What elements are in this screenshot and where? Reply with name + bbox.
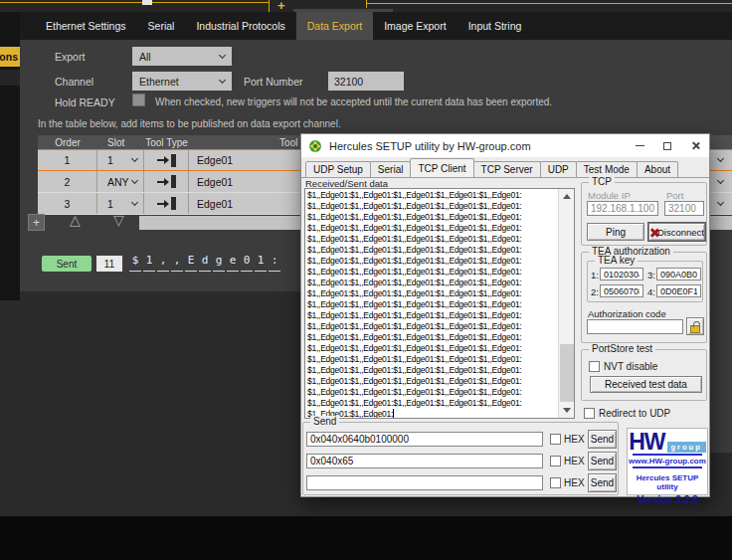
maximize-button[interactable] xyxy=(653,134,681,157)
tab-serial[interactable]: Serial xyxy=(137,12,186,40)
data-line: $1,,Edge01:$1,,Edge01:$1,,Edge01:$1,,Edg… xyxy=(307,343,557,354)
portstore-test-group: PortStore test NVT disable Received test… xyxy=(581,349,707,401)
tab-udp[interactable]: UDP xyxy=(540,161,577,177)
data-line: $1,,Edge01:$1,,Edge01:$1,,Edge01:$1,,Edg… xyxy=(307,321,557,332)
received-test-data-button[interactable]: Received test data xyxy=(590,376,702,393)
channel-dropdown[interactable]: Ethernet xyxy=(132,72,232,91)
disconnect-button[interactable]: Disconnect xyxy=(648,223,705,241)
logo-hw-text: HW xyxy=(629,432,664,453)
payload-char: e xyxy=(227,254,239,272)
scroll-up-icon xyxy=(563,194,571,199)
data-last-line: $1,,Edge01:$1,,Edge01: xyxy=(307,409,557,418)
tea-authorization-group: TEA authorization TEA key 1: 3: 2: 4: Au… xyxy=(581,252,707,343)
received-data-area[interactable]: $1,,Edge01:$1,,Edge01:$1,,Edge01:$1,,Edg… xyxy=(304,188,575,419)
tea-key-4-field[interactable] xyxy=(656,284,701,297)
app-tab-bar: Ethernet Settings Serial Industrial Prot… xyxy=(0,12,732,40)
tab-input-string[interactable]: Input String xyxy=(458,12,533,40)
nvt-disable-checkbox[interactable] xyxy=(589,361,600,372)
slot-dropdown[interactable]: 1 xyxy=(97,150,144,170)
send-button-3[interactable]: Send xyxy=(588,473,617,492)
tab-udp-setup[interactable]: UDP Setup xyxy=(305,161,371,177)
tab-industrial-protocols[interactable]: Industrial Protocols xyxy=(185,12,295,40)
authorization-code-field[interactable] xyxy=(587,319,683,334)
logo-app-name: Hercules SETUP utility xyxy=(628,473,707,491)
ping-button[interactable]: Ping xyxy=(587,223,644,241)
maximize-icon xyxy=(663,142,671,150)
portstore-group-label: PortStore test xyxy=(589,343,655,354)
module-ip-field[interactable] xyxy=(587,201,658,216)
send-field-1[interactable] xyxy=(306,432,543,447)
tea-key-2-label: 2: xyxy=(591,286,599,297)
hw-group-logo: HW group www.HW-group.com Hercules SETUP… xyxy=(627,428,708,495)
tool-type-icon xyxy=(157,197,176,210)
tab-tcp-client[interactable]: TCP Client xyxy=(410,158,473,177)
tool-type-cell[interactable] xyxy=(144,171,189,192)
lock-button[interactable] xyxy=(686,317,704,335)
tab-tcp-server[interactable]: TCP Server xyxy=(473,161,541,177)
scrollbar-thumb[interactable] xyxy=(560,344,574,402)
data-line: $1,,Edge01:$1,,Edge01:$1,,Edge01:$1,,Edg… xyxy=(307,299,557,310)
slot-dropdown[interactable]: 1 xyxy=(97,193,144,214)
port-label: Port xyxy=(666,190,683,201)
data-line: $1,,Edge01:$1,,Edge01:$1,,Edge01:$1,,Edg… xyxy=(307,387,557,398)
tab-serial[interactable]: Serial xyxy=(370,161,412,177)
move-down-button[interactable]: ▽ xyxy=(113,213,124,227)
export-dropdown-value: All xyxy=(139,51,151,63)
send-button-2[interactable]: Send xyxy=(588,452,617,470)
slot-value: ANY xyxy=(107,176,129,188)
logo-divider xyxy=(633,467,702,468)
send-field-2[interactable] xyxy=(306,454,543,468)
payload-char: , xyxy=(171,254,183,272)
tea-key-3-label: 3: xyxy=(647,270,655,280)
hex-checkbox-3[interactable] xyxy=(550,477,561,488)
sidebar-item-communications[interactable]: ions xyxy=(0,47,20,67)
tab-about[interactable]: About xyxy=(637,161,678,177)
chevron-down-icon xyxy=(131,198,138,205)
move-up-button[interactable]: △ xyxy=(70,213,81,227)
send-group: Send HEX Send HEX Send HEX Send xyxy=(302,422,619,495)
minimize-button[interactable] xyxy=(626,134,653,157)
slot-value: 1 xyxy=(107,198,113,210)
desktop-background xyxy=(0,516,732,560)
tool-type-cell[interactable] xyxy=(144,150,189,170)
tool-type-cell[interactable] xyxy=(144,193,189,214)
tab-data-export[interactable]: Data Export xyxy=(296,12,373,40)
tea-key-group-label: TEA key xyxy=(595,255,638,266)
send-field-3[interactable] xyxy=(306,475,543,490)
channel-dropdown-value: Ethernet xyxy=(139,76,179,88)
sent-status-button[interactable]: Sent xyxy=(42,256,92,272)
send-button-1[interactable]: Send xyxy=(588,430,617,449)
sidebar-item-fragment xyxy=(0,70,20,86)
port-field[interactable] xyxy=(664,201,704,216)
hex-checkbox-1[interactable] xyxy=(550,434,561,445)
logo-group-text: group xyxy=(667,442,706,453)
tea-key-2-field[interactable] xyxy=(600,284,643,297)
data-line: $1,,Edge01:$1,,Edge01:$1,,Edge01:$1,,Edg… xyxy=(307,288,557,299)
data-line: $1,,Edge01:$1,,Edge01:$1,,Edge01:$1,,Edg… xyxy=(307,256,557,267)
export-dropdown[interactable]: All xyxy=(132,47,232,66)
slot-dropdown[interactable]: ANY xyxy=(97,171,144,192)
data-line: $1,,Edge01:$1,,Edge01:$1,,Edge01:$1,,Edg… xyxy=(307,245,557,256)
toolbar-icon-fragment xyxy=(142,0,152,5)
vertical-scrollbar[interactable] xyxy=(558,189,574,418)
col-slot: Slot xyxy=(97,137,144,148)
scroll-down-button[interactable] xyxy=(559,403,575,418)
tcp-group: TCP Module IP Port Ping Disconnect xyxy=(581,182,707,246)
tab-ethernet-settings[interactable]: Ethernet Settings xyxy=(35,12,137,40)
hex-checkbox-2[interactable] xyxy=(550,456,561,467)
close-button[interactable] xyxy=(681,134,709,157)
redirect-to-udp-checkbox[interactable] xyxy=(584,408,595,419)
tea-key-1-field[interactable] xyxy=(600,268,643,280)
scroll-up-button[interactable] xyxy=(559,189,575,204)
tab-image-export[interactable]: Image Export xyxy=(373,12,457,40)
tea-key-3-field[interactable] xyxy=(656,268,701,280)
hold-ready-checkbox[interactable] xyxy=(132,93,145,106)
tab-test-mode[interactable]: Test Mode xyxy=(576,161,638,177)
disconnect-x-icon xyxy=(649,228,653,237)
data-lines: $1,,Edge01:$1,,Edge01:$1,,Edge01:$1,,Edg… xyxy=(307,190,557,418)
add-row-button[interactable]: + xyxy=(28,214,45,231)
text-caret xyxy=(393,409,394,418)
port-number-field[interactable]: 32100 xyxy=(328,72,404,91)
data-line: $1,,Edge01:$1,,Edge01:$1,,Edge01:$1,,Edg… xyxy=(307,376,557,387)
table-note: In the table below, add items to be publ… xyxy=(38,118,341,129)
